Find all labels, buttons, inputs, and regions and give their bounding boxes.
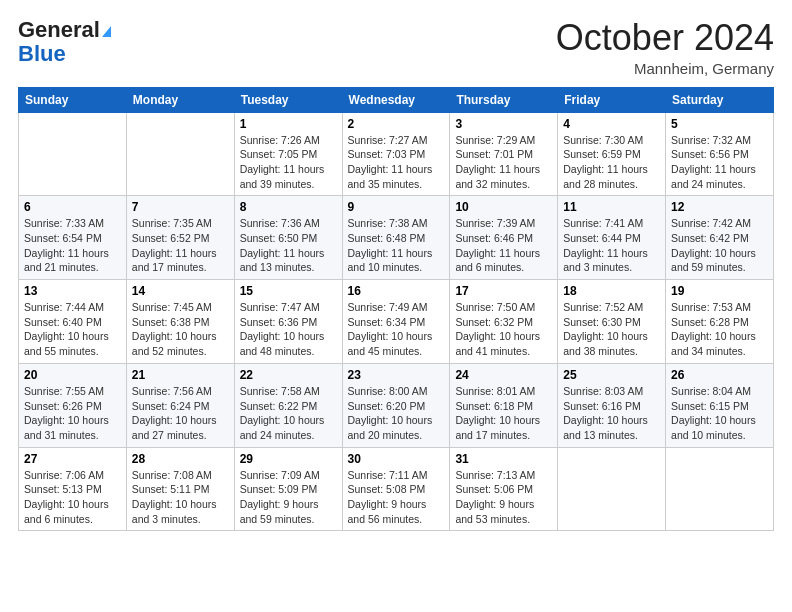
day-detail: Sunrise: 7:13 AMSunset: 5:06 PMDaylight:…: [455, 469, 535, 525]
table-row: 18 Sunrise: 7:52 AMSunset: 6:30 PMDaylig…: [558, 280, 666, 364]
table-row: 10 Sunrise: 7:39 AMSunset: 6:46 PMDaylig…: [450, 196, 558, 280]
logo-text: General: [18, 18, 111, 42]
day-detail: Sunrise: 8:04 AMSunset: 6:15 PMDaylight:…: [671, 385, 756, 441]
day-number: 16: [348, 284, 445, 298]
table-row: 27 Sunrise: 7:06 AMSunset: 5:13 PMDaylig…: [19, 447, 127, 531]
day-number: 10: [455, 200, 552, 214]
table-row: 1 Sunrise: 7:26 AMSunset: 7:05 PMDayligh…: [234, 112, 342, 196]
table-row: [19, 112, 127, 196]
day-detail: Sunrise: 7:29 AMSunset: 7:01 PMDaylight:…: [455, 134, 540, 190]
day-detail: Sunrise: 7:49 AMSunset: 6:34 PMDaylight:…: [348, 301, 433, 357]
table-row: 28 Sunrise: 7:08 AMSunset: 5:11 PMDaylig…: [126, 447, 234, 531]
header-tuesday: Tuesday: [234, 87, 342, 112]
month-title: October 2024: [556, 18, 774, 58]
calendar-header-row: Sunday Monday Tuesday Wednesday Thursday…: [19, 87, 774, 112]
table-row: 21 Sunrise: 7:56 AMSunset: 6:24 PMDaylig…: [126, 363, 234, 447]
day-detail: Sunrise: 7:45 AMSunset: 6:38 PMDaylight:…: [132, 301, 217, 357]
day-number: 3: [455, 117, 552, 131]
table-row: 8 Sunrise: 7:36 AMSunset: 6:50 PMDayligh…: [234, 196, 342, 280]
day-number: 21: [132, 368, 229, 382]
day-detail: Sunrise: 8:00 AMSunset: 6:20 PMDaylight:…: [348, 385, 433, 441]
table-row: 12 Sunrise: 7:42 AMSunset: 6:42 PMDaylig…: [666, 196, 774, 280]
table-row: 30 Sunrise: 7:11 AMSunset: 5:08 PMDaylig…: [342, 447, 450, 531]
day-detail: Sunrise: 7:52 AMSunset: 6:30 PMDaylight:…: [563, 301, 648, 357]
day-number: 6: [24, 200, 121, 214]
table-row: 11 Sunrise: 7:41 AMSunset: 6:44 PMDaylig…: [558, 196, 666, 280]
table-row: 16 Sunrise: 7:49 AMSunset: 6:34 PMDaylig…: [342, 280, 450, 364]
table-row: [126, 112, 234, 196]
day-detail: Sunrise: 7:47 AMSunset: 6:36 PMDaylight:…: [240, 301, 325, 357]
day-detail: Sunrise: 7:58 AMSunset: 6:22 PMDaylight:…: [240, 385, 325, 441]
table-row: 15 Sunrise: 7:47 AMSunset: 6:36 PMDaylig…: [234, 280, 342, 364]
calendar: Sunday Monday Tuesday Wednesday Thursday…: [18, 87, 774, 532]
table-row: [666, 447, 774, 531]
table-row: 19 Sunrise: 7:53 AMSunset: 6:28 PMDaylig…: [666, 280, 774, 364]
table-row: 5 Sunrise: 7:32 AMSunset: 6:56 PMDayligh…: [666, 112, 774, 196]
table-row: 23 Sunrise: 8:00 AMSunset: 6:20 PMDaylig…: [342, 363, 450, 447]
day-number: 28: [132, 452, 229, 466]
day-number: 17: [455, 284, 552, 298]
header-saturday: Saturday: [666, 87, 774, 112]
day-number: 24: [455, 368, 552, 382]
day-number: 2: [348, 117, 445, 131]
table-row: 4 Sunrise: 7:30 AMSunset: 6:59 PMDayligh…: [558, 112, 666, 196]
day-number: 14: [132, 284, 229, 298]
day-number: 1: [240, 117, 337, 131]
day-number: 27: [24, 452, 121, 466]
day-detail: Sunrise: 7:38 AMSunset: 6:48 PMDaylight:…: [348, 217, 433, 273]
day-number: 30: [348, 452, 445, 466]
day-detail: Sunrise: 7:50 AMSunset: 6:32 PMDaylight:…: [455, 301, 540, 357]
table-row: 6 Sunrise: 7:33 AMSunset: 6:54 PMDayligh…: [19, 196, 127, 280]
location: Mannheim, Germany: [556, 60, 774, 77]
day-detail: Sunrise: 7:39 AMSunset: 6:46 PMDaylight:…: [455, 217, 540, 273]
calendar-week-row: 1 Sunrise: 7:26 AMSunset: 7:05 PMDayligh…: [19, 112, 774, 196]
day-detail: Sunrise: 7:08 AMSunset: 5:11 PMDaylight:…: [132, 469, 217, 525]
day-number: 22: [240, 368, 337, 382]
header-wednesday: Wednesday: [342, 87, 450, 112]
table-row: 17 Sunrise: 7:50 AMSunset: 6:32 PMDaylig…: [450, 280, 558, 364]
day-number: 23: [348, 368, 445, 382]
day-detail: Sunrise: 8:03 AMSunset: 6:16 PMDaylight:…: [563, 385, 648, 441]
day-detail: Sunrise: 7:06 AMSunset: 5:13 PMDaylight:…: [24, 469, 109, 525]
day-detail: Sunrise: 7:36 AMSunset: 6:50 PMDaylight:…: [240, 217, 325, 273]
logo-arrow-icon: [102, 26, 111, 37]
day-detail: Sunrise: 7:55 AMSunset: 6:26 PMDaylight:…: [24, 385, 109, 441]
day-number: 29: [240, 452, 337, 466]
day-number: 31: [455, 452, 552, 466]
table-row: 25 Sunrise: 8:03 AMSunset: 6:16 PMDaylig…: [558, 363, 666, 447]
calendar-week-row: 27 Sunrise: 7:06 AMSunset: 5:13 PMDaylig…: [19, 447, 774, 531]
table-row: 22 Sunrise: 7:58 AMSunset: 6:22 PMDaylig…: [234, 363, 342, 447]
day-number: 11: [563, 200, 660, 214]
day-detail: Sunrise: 7:27 AMSunset: 7:03 PMDaylight:…: [348, 134, 433, 190]
day-number: 8: [240, 200, 337, 214]
day-detail: Sunrise: 7:44 AMSunset: 6:40 PMDaylight:…: [24, 301, 109, 357]
table-row: [558, 447, 666, 531]
day-number: 20: [24, 368, 121, 382]
day-detail: Sunrise: 7:35 AMSunset: 6:52 PMDaylight:…: [132, 217, 217, 273]
header-sunday: Sunday: [19, 87, 127, 112]
table-row: 7 Sunrise: 7:35 AMSunset: 6:52 PMDayligh…: [126, 196, 234, 280]
table-row: 9 Sunrise: 7:38 AMSunset: 6:48 PMDayligh…: [342, 196, 450, 280]
day-detail: Sunrise: 7:09 AMSunset: 5:09 PMDaylight:…: [240, 469, 320, 525]
day-number: 4: [563, 117, 660, 131]
logo-blue: Blue: [18, 41, 66, 66]
day-detail: Sunrise: 7:56 AMSunset: 6:24 PMDaylight:…: [132, 385, 217, 441]
table-row: 31 Sunrise: 7:13 AMSunset: 5:06 PMDaylig…: [450, 447, 558, 531]
calendar-week-row: 6 Sunrise: 7:33 AMSunset: 6:54 PMDayligh…: [19, 196, 774, 280]
day-detail: Sunrise: 7:26 AMSunset: 7:05 PMDaylight:…: [240, 134, 325, 190]
table-row: 20 Sunrise: 7:55 AMSunset: 6:26 PMDaylig…: [19, 363, 127, 447]
day-number: 13: [24, 284, 121, 298]
day-detail: Sunrise: 7:42 AMSunset: 6:42 PMDaylight:…: [671, 217, 756, 273]
header-friday: Friday: [558, 87, 666, 112]
day-detail: Sunrise: 7:32 AMSunset: 6:56 PMDaylight:…: [671, 134, 756, 190]
page: General Blue October 2024 Mannheim, Germ…: [0, 0, 792, 612]
calendar-week-row: 13 Sunrise: 7:44 AMSunset: 6:40 PMDaylig…: [19, 280, 774, 364]
header: General Blue October 2024 Mannheim, Germ…: [18, 18, 774, 77]
header-monday: Monday: [126, 87, 234, 112]
day-number: 18: [563, 284, 660, 298]
table-row: 24 Sunrise: 8:01 AMSunset: 6:18 PMDaylig…: [450, 363, 558, 447]
day-detail: Sunrise: 7:30 AMSunset: 6:59 PMDaylight:…: [563, 134, 648, 190]
day-number: 5: [671, 117, 768, 131]
day-number: 15: [240, 284, 337, 298]
calendar-week-row: 20 Sunrise: 7:55 AMSunset: 6:26 PMDaylig…: [19, 363, 774, 447]
